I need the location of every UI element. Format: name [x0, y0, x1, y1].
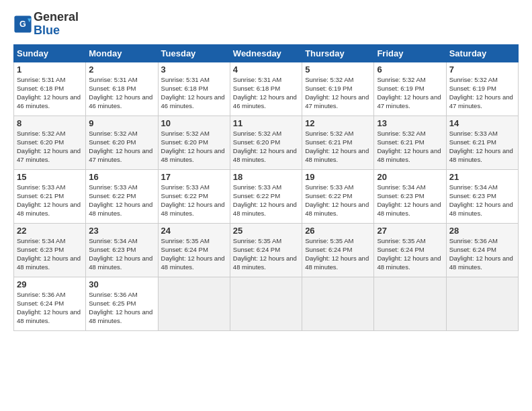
- day-info: Sunrise: 5:33 AMSunset: 6:22 PMDaylight:…: [89, 183, 154, 218]
- day-cell: 1 Sunrise: 5:31 AMSunset: 6:18 PMDayligh…: [14, 62, 86, 116]
- col-tuesday: Tuesday: [158, 44, 230, 62]
- day-cell: 20 Sunrise: 5:34 AMSunset: 6:23 PMDaylig…: [374, 169, 446, 223]
- day-info: Sunrise: 5:31 AMSunset: 6:18 PMDaylight:…: [233, 75, 299, 111]
- day-number: 19: [305, 172, 371, 182]
- day-number: 28: [449, 226, 515, 236]
- day-info: Sunrise: 5:35 AMSunset: 6:24 PMDaylight:…: [377, 236, 443, 272]
- week-row-2: 8 Sunrise: 5:32 AMSunset: 6:20 PMDayligh…: [14, 116, 519, 169]
- day-number: 2: [89, 64, 154, 75]
- logo-icon: G: [13, 15, 32, 34]
- day-number: 20: [377, 172, 443, 182]
- day-number: 1: [17, 64, 83, 75]
- day-cell: 12 Sunrise: 5:32 AMSunset: 6:21 PMDaylig…: [302, 116, 374, 169]
- day-number: 9: [89, 118, 154, 128]
- calendar-table: SundayMondayTuesdayWednesdayThursdayFrid…: [13, 44, 519, 331]
- day-number: 22: [17, 226, 83, 236]
- day-cell: 14 Sunrise: 5:33 AMSunset: 6:21 PMDaylig…: [446, 116, 518, 169]
- day-number: 4: [233, 64, 299, 75]
- day-info: Sunrise: 5:36 AMSunset: 6:24 PMDaylight:…: [449, 236, 515, 272]
- day-number: 3: [161, 64, 227, 75]
- col-thursday: Thursday: [302, 44, 374, 62]
- day-info: Sunrise: 5:33 AMSunset: 6:21 PMDaylight:…: [449, 129, 515, 165]
- col-sunday: Sunday: [14, 44, 86, 62]
- day-number: 25: [233, 226, 299, 236]
- day-info: Sunrise: 5:32 AMSunset: 6:20 PMDaylight:…: [161, 129, 227, 165]
- day-cell: 11 Sunrise: 5:32 AMSunset: 6:20 PMDaylig…: [230, 116, 302, 169]
- week-row-5: 29 Sunrise: 5:36 AMSunset: 6:24 PMDaylig…: [14, 277, 519, 330]
- week-row-1: 1 Sunrise: 5:31 AMSunset: 6:18 PMDayligh…: [14, 62, 519, 116]
- day-info: Sunrise: 5:34 AMSunset: 6:23 PMDaylight:…: [89, 236, 154, 272]
- day-info: Sunrise: 5:31 AMSunset: 6:18 PMDaylight:…: [17, 75, 83, 111]
- day-number: 16: [89, 172, 154, 182]
- day-cell: 7 Sunrise: 5:32 AMSunset: 6:19 PMDayligh…: [446, 62, 518, 116]
- day-info: Sunrise: 5:35 AMSunset: 6:24 PMDaylight:…: [233, 236, 299, 272]
- col-monday: Monday: [86, 44, 158, 62]
- day-cell: 23 Sunrise: 5:34 AMSunset: 6:23 PMDaylig…: [86, 223, 158, 277]
- day-cell: 24 Sunrise: 5:35 AMSunset: 6:24 PMDaylig…: [158, 223, 230, 277]
- day-number: 27: [377, 226, 443, 236]
- day-cell: 27 Sunrise: 5:35 AMSunset: 6:24 PMDaylig…: [374, 223, 446, 277]
- day-number: 13: [377, 118, 443, 128]
- day-cell: [446, 277, 518, 330]
- day-info: Sunrise: 5:35 AMSunset: 6:24 PMDaylight:…: [161, 236, 227, 272]
- day-info: Sunrise: 5:32 AMSunset: 6:19 PMDaylight:…: [377, 75, 443, 111]
- day-number: 15: [17, 172, 83, 182]
- day-number: 5: [305, 64, 371, 75]
- day-cell: [374, 277, 446, 330]
- day-info: Sunrise: 5:32 AMSunset: 6:20 PMDaylight:…: [89, 129, 154, 165]
- day-info: Sunrise: 5:32 AMSunset: 6:20 PMDaylight:…: [233, 129, 299, 165]
- day-info: Sunrise: 5:36 AMSunset: 6:24 PMDaylight:…: [17, 290, 83, 326]
- day-number: 7: [449, 64, 515, 75]
- day-info: Sunrise: 5:36 AMSunset: 6:25 PMDaylight:…: [89, 290, 154, 326]
- day-cell: 19 Sunrise: 5:33 AMSunset: 6:22 PMDaylig…: [302, 169, 374, 223]
- day-cell: 13 Sunrise: 5:32 AMSunset: 6:21 PMDaylig…: [374, 116, 446, 169]
- day-info: Sunrise: 5:32 AMSunset: 6:21 PMDaylight:…: [377, 129, 443, 165]
- day-cell: 25 Sunrise: 5:35 AMSunset: 6:24 PMDaylig…: [230, 223, 302, 277]
- day-number: 11: [233, 118, 299, 128]
- page-container: G General Blue SundayMondayTuesdayWednes…: [0, 0, 532, 338]
- day-info: Sunrise: 5:32 AMSunset: 6:19 PMDaylight:…: [305, 75, 371, 111]
- day-number: 21: [449, 172, 515, 182]
- day-info: Sunrise: 5:34 AMSunset: 6:23 PMDaylight:…: [17, 236, 83, 272]
- day-info: Sunrise: 5:33 AMSunset: 6:21 PMDaylight:…: [17, 183, 83, 218]
- day-cell: 10 Sunrise: 5:32 AMSunset: 6:20 PMDaylig…: [158, 116, 230, 169]
- day-cell: 18 Sunrise: 5:33 AMSunset: 6:22 PMDaylig…: [230, 169, 302, 223]
- day-number: 26: [305, 226, 371, 236]
- day-info: Sunrise: 5:32 AMSunset: 6:20 PMDaylight:…: [17, 129, 83, 165]
- day-number: 18: [233, 172, 299, 182]
- week-row-3: 15 Sunrise: 5:33 AMSunset: 6:21 PMDaylig…: [14, 169, 519, 223]
- day-number: 29: [17, 279, 83, 289]
- day-cell: 15 Sunrise: 5:33 AMSunset: 6:21 PMDaylig…: [14, 169, 86, 223]
- day-info: Sunrise: 5:33 AMSunset: 6:22 PMDaylight:…: [233, 183, 299, 218]
- day-cell: 8 Sunrise: 5:32 AMSunset: 6:20 PMDayligh…: [14, 116, 86, 169]
- day-cell: 26 Sunrise: 5:35 AMSunset: 6:24 PMDaylig…: [302, 223, 374, 277]
- day-cell: 5 Sunrise: 5:32 AMSunset: 6:19 PMDayligh…: [302, 62, 374, 116]
- day-cell: 9 Sunrise: 5:32 AMSunset: 6:20 PMDayligh…: [86, 116, 158, 169]
- day-cell: 3 Sunrise: 5:31 AMSunset: 6:18 PMDayligh…: [158, 62, 230, 116]
- day-cell: [158, 277, 230, 330]
- day-info: Sunrise: 5:32 AMSunset: 6:19 PMDaylight:…: [449, 75, 515, 111]
- day-info: Sunrise: 5:33 AMSunset: 6:22 PMDaylight:…: [161, 183, 227, 218]
- day-number: 12: [305, 118, 371, 128]
- day-number: 30: [89, 279, 154, 289]
- day-cell: 28 Sunrise: 5:36 AMSunset: 6:24 PMDaylig…: [446, 223, 518, 277]
- day-number: 24: [161, 226, 227, 236]
- day-cell: 6 Sunrise: 5:32 AMSunset: 6:19 PMDayligh…: [374, 62, 446, 116]
- col-saturday: Saturday: [446, 44, 518, 62]
- header: G General Blue: [13, 11, 519, 38]
- logo: G General Blue: [13, 11, 79, 38]
- day-cell: 30 Sunrise: 5:36 AMSunset: 6:25 PMDaylig…: [86, 277, 158, 330]
- col-wednesday: Wednesday: [230, 44, 302, 62]
- day-cell: 21 Sunrise: 5:34 AMSunset: 6:23 PMDaylig…: [446, 169, 518, 223]
- day-cell: 2 Sunrise: 5:31 AMSunset: 6:18 PMDayligh…: [86, 62, 158, 116]
- svg-text:G: G: [19, 19, 26, 29]
- day-info: Sunrise: 5:33 AMSunset: 6:22 PMDaylight:…: [305, 183, 371, 218]
- day-cell: 29 Sunrise: 5:36 AMSunset: 6:24 PMDaylig…: [14, 277, 86, 330]
- day-cell: [302, 277, 374, 330]
- day-number: 8: [17, 118, 83, 128]
- day-number: 6: [377, 64, 443, 75]
- day-cell: 22 Sunrise: 5:34 AMSunset: 6:23 PMDaylig…: [14, 223, 86, 277]
- day-info: Sunrise: 5:35 AMSunset: 6:24 PMDaylight:…: [305, 236, 371, 272]
- day-info: Sunrise: 5:32 AMSunset: 6:21 PMDaylight:…: [305, 129, 371, 165]
- day-number: 14: [449, 118, 515, 128]
